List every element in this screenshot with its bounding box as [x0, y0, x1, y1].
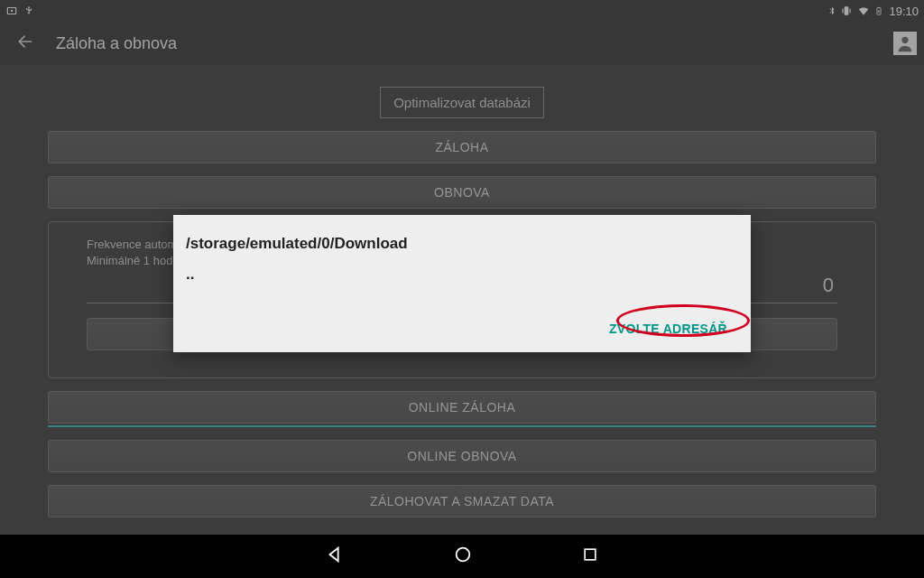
nav-home-icon[interactable] — [453, 545, 473, 568]
svg-point-8 — [457, 548, 470, 562]
current-path: /storage/emulated/0/Download — [184, 231, 731, 256]
nav-back-icon[interactable] — [325, 545, 345, 568]
parent-dir-item[interactable]: .. — [184, 256, 731, 307]
dialog-actions: ZVOLTE ADRESÁŘ — [184, 316, 731, 341]
directory-picker-dialog: /storage/emulated/0/Download .. ZVOLTE A… — [173, 215, 751, 352]
svg-rect-9 — [585, 549, 596, 560]
nav-bar-overlay — [0, 535, 924, 578]
choose-directory-button[interactable]: ZVOLTE ADRESÁŘ — [605, 316, 731, 341]
nav-recent-icon[interactable] — [581, 545, 599, 567]
